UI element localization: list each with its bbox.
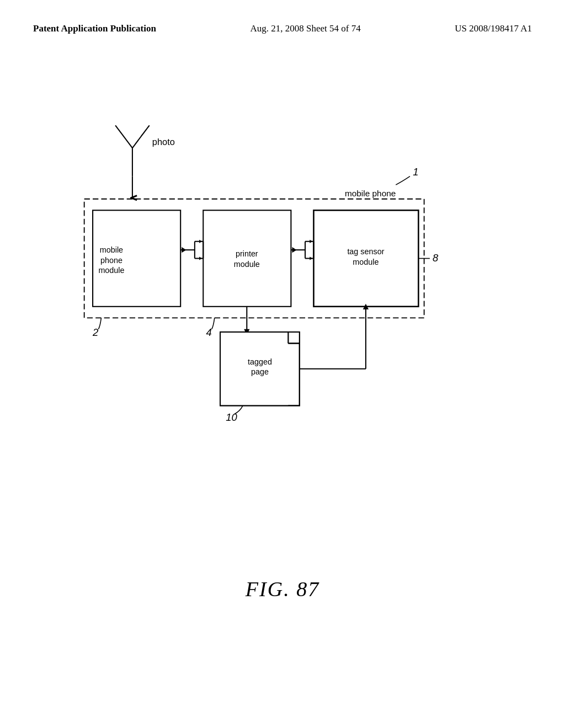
- fig87-diagram: photo 1 mobile phone mobile phone module…: [28, 110, 537, 469]
- ref2-label: 2: [92, 326, 98, 338]
- tag-sensor-module-label1: tag sensor: [347, 247, 384, 256]
- ref4-label: 4: [206, 326, 211, 338]
- arrow-right-2: [199, 256, 202, 260]
- svg-line-0: [115, 125, 132, 148]
- photo-label: photo: [152, 137, 175, 147]
- mobile-phone-label: mobile phone: [345, 189, 396, 198]
- tag-sensor-module-label2: module: [353, 258, 379, 266]
- printer-module-label2: module: [234, 260, 260, 269]
- diagram-container: photo 1 mobile phone mobile phone module…: [28, 110, 537, 469]
- mobile-phone-module-label2: phone: [100, 256, 122, 265]
- tagged-page-label2: page: [251, 367, 269, 376]
- publication-date-sheet: Aug. 21, 2008 Sheet 54 of 74: [250, 22, 360, 35]
- page-header: Patent Application Publication Aug. 21, …: [0, 0, 565, 35]
- arrow-right-1: [199, 240, 202, 243]
- arrow-left-2: [292, 247, 296, 253]
- arrow-right-3: [310, 240, 312, 243]
- ref10-label: 10: [226, 411, 237, 423]
- publication-number: US 2008/198417 A1: [455, 22, 532, 35]
- ref8-label: 8: [433, 252, 439, 264]
- figure-label: FIG. 87: [246, 577, 319, 601]
- arrow-left-1: [182, 247, 186, 253]
- mobile-phone-module-label1: mobile: [100, 245, 123, 254]
- publication-title: Patent Application Publication: [33, 22, 156, 35]
- printer-module-label1: printer: [236, 249, 258, 258]
- ref1-label: 1: [413, 166, 418, 178]
- svg-line-1: [132, 125, 150, 148]
- mobile-phone-module-label3: module: [98, 266, 124, 275]
- arrow-right-4: [310, 256, 312, 260]
- tagged-page-label1: tagged: [248, 357, 272, 366]
- printer-module-box: [203, 210, 291, 307]
